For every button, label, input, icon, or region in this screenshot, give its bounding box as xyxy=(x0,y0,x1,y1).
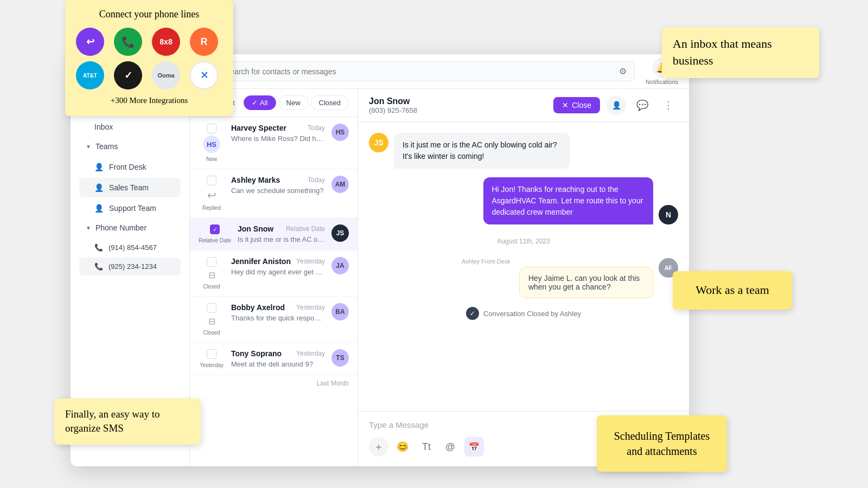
message-sent-1: Hi Jon! Thanks for reaching out to the A… xyxy=(369,177,678,224)
integrations-more: +300 More Integrations xyxy=(76,96,222,105)
sidebar-item-support-team[interactable]: 👤 Support Team xyxy=(79,198,181,218)
detail-actions: ✕ Close 👤 💬 ⋮ xyxy=(553,95,678,115)
conv-time-bobby: Yesterday xyxy=(296,304,325,311)
conv-status-jennifer: Closed xyxy=(203,284,220,290)
mention-button[interactable]: @ xyxy=(441,437,460,457)
conv-item-ashley[interactable]: ↩ Replied Ashley Marks Today Can we sche… xyxy=(190,169,358,218)
dialpad-logo: ↩ xyxy=(76,28,104,56)
internal-note: Hey Jaime L. can you look at this when y… xyxy=(519,267,653,298)
phone-icon-1: 📞 xyxy=(94,243,103,252)
sticky-note-scheduling: Scheduling Templates and attachments xyxy=(597,415,727,472)
conv-preview-harvey: Where is Mike Ross? Did he call in sick … xyxy=(231,134,325,143)
xfinity-logo: ✕ xyxy=(190,61,218,89)
closed-text: Conversation Closed by Ashley xyxy=(483,310,581,318)
conv-item-jennifer[interactable]: ⊟ Closed Jennifer Aniston Yesterday Hey … xyxy=(190,251,358,297)
sidebar-teams[interactable]: ▼ Teams xyxy=(79,138,181,155)
bubble-sent-1: Hi Jon! Thanks for reaching out to the A… xyxy=(483,177,654,224)
chevron-down-icon-phone: ▼ xyxy=(86,225,91,231)
sticky-note-inbox: An inbox that means business xyxy=(662,27,819,78)
teams-label: Teams xyxy=(95,142,118,151)
conv-item-jon[interactable]: ✓ Relative Date Jon Snow Relative Date I… xyxy=(190,218,358,251)
integrations-panel: Connect your phone lines ↩ 📞 8x8 R AT&T … xyxy=(65,0,233,116)
att-logo: AT&T xyxy=(76,61,104,89)
sidebar-item-inbox[interactable]: Inbox xyxy=(79,117,181,137)
jon-avatar: JS xyxy=(369,133,388,152)
conv-checkbox-ashley[interactable] xyxy=(207,176,216,185)
message-received-1: JS Is it just me or is the AC only blowi… xyxy=(369,133,570,169)
conv-preview-jennifer: Hey did my agent ever get back to you ab… xyxy=(231,268,325,276)
close-conversation-button[interactable]: ✕ Close xyxy=(553,97,600,113)
conv-time-ashley: Today xyxy=(308,176,325,184)
contact-phone: (803) 925-7658 xyxy=(369,106,417,114)
conv-checkbox-jon[interactable]: ✓ xyxy=(210,224,220,234)
verizon-logo: ✓ xyxy=(114,61,142,89)
conv-item-bobby[interactable]: ⊟ Closed Bobby Axelrod Yesterday Thanks … xyxy=(190,297,358,343)
sidebar-item-sales-team[interactable]: 👤 Sales Team xyxy=(79,178,181,197)
conv-checkbox-bobby[interactable] xyxy=(207,303,216,313)
conv-time-jennifer: Yesterday xyxy=(296,258,325,265)
conv-name-tony: Tony Soprano xyxy=(231,349,282,358)
bubble-received-1: Is it just me or is the AC only blowing … xyxy=(394,133,570,169)
conv-preview-tony: Meet at the deli around 9? xyxy=(231,360,325,368)
conv-name-harvey: Harvey Specter xyxy=(231,124,286,132)
conv-name-jennifer: Jennifer Aniston xyxy=(231,257,291,266)
conv-time-harvey: Today xyxy=(308,124,325,132)
ooma-logo: Ooma xyxy=(152,61,180,89)
add-attachment-button[interactable]: ＋ xyxy=(369,437,388,457)
phone-number-section-label: Phone Number xyxy=(95,223,146,232)
person-icon-sales: 👤 xyxy=(94,183,104,192)
conv-preview-ashley: Can we schedule something? xyxy=(231,187,325,195)
8x8-logo: 8x8 xyxy=(152,28,180,56)
conv-item-tony[interactable]: Yesterday Tony Soprano Yesterday Meet at… xyxy=(190,343,358,375)
note-author: Ashley Front Desk xyxy=(462,258,653,265)
filter-new[interactable]: New xyxy=(278,95,309,110)
sidebar-phone2[interactable]: 📞 (925) 234-1234 xyxy=(79,258,181,275)
conv-name-ashley: Ashley Marks xyxy=(231,176,280,184)
conv-preview-jon: Is it just me or is the AC only blowing … xyxy=(238,235,325,243)
logo-grid: ↩ 📞 8x8 R AT&T ✓ Ooma ✕ xyxy=(76,28,222,89)
emoji-button[interactable]: 😊 xyxy=(393,437,412,457)
person-icon-support: 👤 xyxy=(94,204,104,213)
search-bar[interactable]: 🔍 ⚙ xyxy=(201,61,635,81)
sidebar-item-front-desk[interactable]: 👤 Front Desk xyxy=(79,157,181,177)
filter-closed[interactable]: Closed xyxy=(311,95,349,110)
google-voice-logo: 📞 xyxy=(114,28,142,56)
chat-icon-button[interactable]: 💬 xyxy=(633,95,652,115)
conv-name-bobby: Bobby Axelrod xyxy=(231,303,285,312)
conv-avatar-pic-bobby: BA xyxy=(331,303,349,320)
text-format-button[interactable]: Tt xyxy=(417,437,436,457)
sticky-note-work: Work as a team xyxy=(673,271,792,310)
notifications-label: Notifications xyxy=(646,79,678,85)
conv-checkbox-harvey[interactable] xyxy=(207,124,216,133)
phone-icon-2: 📞 xyxy=(94,262,103,271)
internal-note-container: Ashley Front Desk Hey Jaime L. can you l… xyxy=(369,258,678,298)
conv-avatar-pic-harvey: HS xyxy=(331,124,349,141)
calendar-button[interactable]: 📅 xyxy=(464,437,484,457)
integrations-title: Connect your phone lines xyxy=(76,9,222,20)
conv-checkbox-jennifer[interactable] xyxy=(207,257,216,267)
conv-item-harvey[interactable]: HS New Harvey Specter Today Where is Mik… xyxy=(190,117,358,169)
contact-info: Jon Snow (803) 925-7658 xyxy=(369,97,417,114)
sidebar-phone-number[interactable]: ▼ Phone Number xyxy=(79,219,181,236)
messages-area: JS Is it just me or is the AC only blowi… xyxy=(358,122,689,411)
sidebar-phone1[interactable]: 📞 (914) 854-4567 xyxy=(79,239,181,256)
sticky-note-organize: Finally, an easy way to organize SMS xyxy=(54,399,201,445)
conv-time-badge-jon: Relative Date xyxy=(199,237,231,243)
conv-name-jon: Jon Snow xyxy=(238,224,273,233)
more-options-button[interactable]: ⋮ xyxy=(659,95,678,115)
conv-detail: Jon Snow (803) 925-7658 ✕ Close 👤 💬 ⋮ JS… xyxy=(358,54,689,466)
conv-items: HS New Harvey Specter Today Where is Mik… xyxy=(190,117,358,466)
conv-status-bobby: Closed xyxy=(203,330,220,336)
filter-all[interactable]: ✓ All xyxy=(244,95,276,110)
conv-status-harvey: New xyxy=(206,156,217,162)
conv-checkbox-tony[interactable] xyxy=(207,349,216,359)
conv-avatar-pic-ashley: AM xyxy=(331,176,349,193)
conv-detail-header: Jon Snow (803) 925-7658 ✕ Close 👤 💬 ⋮ xyxy=(358,89,689,122)
conv-time-tony: Yesterday xyxy=(296,350,325,357)
search-input[interactable] xyxy=(225,67,614,76)
sidebar-section: ▲ My Inbox Inbox ▼ Teams 👤 Front Desk 👤 … xyxy=(71,98,189,275)
filter-icon[interactable]: ⚙ xyxy=(619,66,627,76)
conv-time-badge-tony: Yesterday xyxy=(200,362,224,368)
inbox-label: Inbox xyxy=(94,123,113,131)
last-month-label: Last Month xyxy=(190,375,358,391)
